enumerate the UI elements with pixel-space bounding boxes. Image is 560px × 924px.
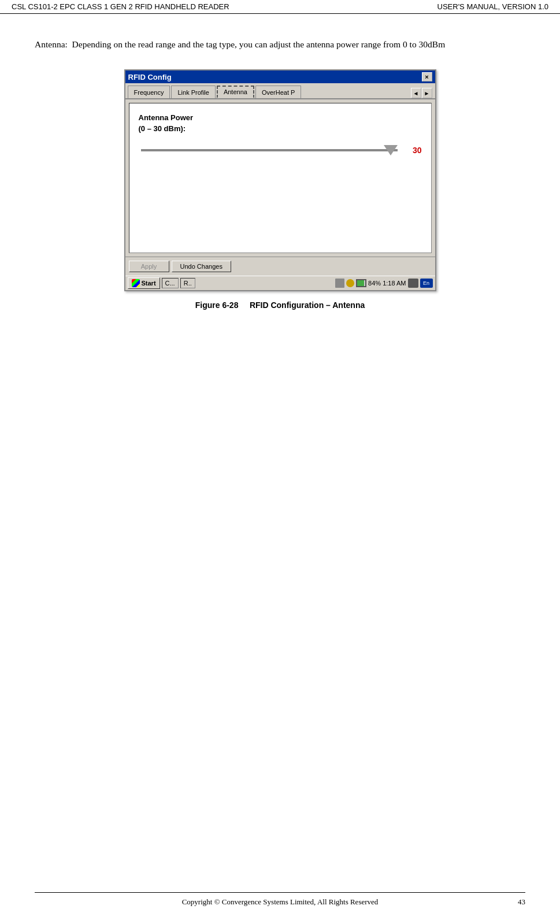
page-footer: Copyright © Convergence Systems Limited,…	[35, 892, 525, 907]
figure-title: RFID Configuration – Antenna	[250, 300, 365, 310]
battery-percent: 84%	[368, 280, 381, 287]
tab-frequency[interactable]: Frequency	[128, 86, 170, 98]
main-content: Antenna: Depending on the read range and…	[0, 14, 560, 344]
header-right: USER'S MANUAL, VERSION 1.0	[437, 2, 548, 11]
locale-icon	[408, 279, 418, 288]
title-bar: RFID Config ×	[125, 70, 435, 83]
page-header: CSL CS101-2 EPC CLASS 1 GEN 2 RFID HANDH…	[0, 0, 560, 14]
tab-next-button[interactable]: ►	[422, 88, 432, 98]
tab-link-profile[interactable]: Link Profile	[171, 86, 215, 98]
dialog-content: Antenna Power(0 – 30 dBm): 30	[129, 103, 432, 253]
slider-thumb[interactable]	[384, 145, 398, 155]
figure-number: Figure 6-28	[195, 300, 239, 310]
undo-button[interactable]: Undo Changes	[172, 261, 231, 272]
windows-icon	[132, 279, 140, 287]
screenshot-container: RFID Config × Frequency Link Profile Ant…	[35, 69, 525, 310]
network-icon	[335, 279, 344, 288]
tab-prev-button[interactable]: ◄	[411, 88, 421, 98]
battery-icon	[356, 279, 366, 287]
taskbar-item-r[interactable]: R..	[180, 278, 195, 288]
button-row: Apply Undo Changes	[125, 257, 435, 276]
page-number: 43	[518, 897, 525, 907]
footer-copyright: Copyright © Convergence Systems Limited,…	[182, 897, 379, 907]
antenna-power-label: Antenna Power(0 – 30 dBm):	[139, 113, 422, 133]
dialog-title: RFID Config	[128, 73, 172, 81]
rfid-config-dialog: RFID Config × Frequency Link Profile Ant…	[124, 69, 436, 291]
tab-row: Frequency Link Profile Antenna OverHeat …	[125, 83, 435, 99]
tab-overheat[interactable]: OverHeat P	[255, 86, 301, 98]
clock: 1:18 AM	[383, 280, 406, 287]
header-left: CSL CS101-2 EPC CLASS 1 GEN 2 RFID HANDH…	[12, 2, 229, 11]
input-method-icon: En	[420, 279, 433, 288]
taskbar-item-c[interactable]: C...	[162, 278, 179, 288]
slider-row: 30	[139, 146, 422, 155]
system-tray: 84% 1:18 AM En	[335, 279, 432, 288]
start-button[interactable]: Start	[128, 277, 160, 289]
figure-caption: Figure 6-28 RFID Configuration – Antenna	[195, 300, 365, 310]
apply-button[interactable]: Apply	[129, 261, 169, 272]
slider-track[interactable]	[141, 149, 398, 151]
tab-nav: ◄ ►	[411, 88, 433, 98]
signal-icon	[346, 279, 354, 287]
close-button[interactable]: ×	[422, 72, 432, 81]
tab-antenna[interactable]: Antenna	[217, 86, 254, 98]
start-label: Start	[142, 280, 156, 287]
slider-value: 30	[406, 146, 422, 155]
body-paragraph: Antenna: Depending on the read range and…	[35, 37, 525, 52]
taskbar: Start C... R.. 84% 1:18 AM En	[125, 276, 435, 290]
